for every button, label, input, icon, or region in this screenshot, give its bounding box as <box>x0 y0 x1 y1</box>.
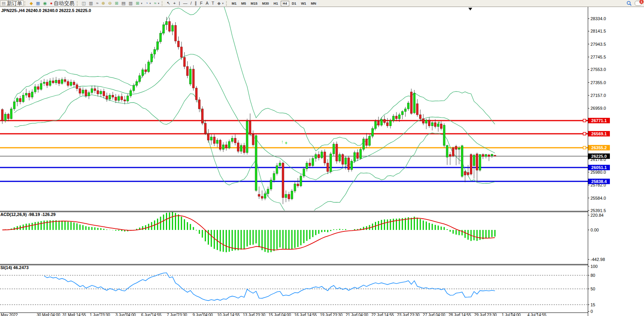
zoom-in-icon[interactable]: ⊕ <box>100 0 107 6</box>
price-badge-label: 26771.1 <box>591 118 607 123</box>
bollinger-middle-band <box>14 54 495 180</box>
search-icon[interactable] <box>627 1 632 6</box>
timeframe-button-d1[interactable]: D1 <box>290 1 299 6</box>
candle <box>162 25 164 33</box>
cursor-icon[interactable]: ↖ <box>165 0 172 6</box>
candle <box>64 79 66 81</box>
candle <box>371 128 373 136</box>
timeframe-button-m15[interactable]: M15 <box>249 1 260 6</box>
candle <box>237 143 239 151</box>
chart-shift-icon[interactable]: ▤ <box>120 0 127 6</box>
x-axis-label: 4 Jul 14:55 <box>527 313 546 316</box>
timeframe-button-h4[interactable]: H4 <box>281 1 289 6</box>
x-axis-label: 16 Jun 14:55 <box>294 313 317 316</box>
tile-windows-icon[interactable]: ⊞ <box>113 0 120 6</box>
price-badge-label: 26225.0 <box>591 154 607 159</box>
signals-icon[interactable]: ◉ <box>41 0 48 6</box>
candle <box>160 33 162 42</box>
new-order-button[interactable]: ▤ 新订单 <box>0 0 24 6</box>
dropdown-caret-icon: ▾ <box>158 2 159 5</box>
candle <box>282 163 284 197</box>
x-axis-label: 29 Jun 23:30 <box>474 313 497 316</box>
zoom-out-icon[interactable]: ⊖ <box>107 0 113 6</box>
rsi-layer <box>0 273 588 305</box>
candle <box>482 155 484 157</box>
timeframe-button-mn[interactable]: MN <box>309 1 318 6</box>
price-lines[interactable] <box>0 121 588 181</box>
candle <box>431 123 433 126</box>
period-clock-icon[interactable]: ◔▾ <box>144 0 152 6</box>
timeframe-button-h1[interactable]: H1 <box>272 1 280 6</box>
candle <box>34 87 36 92</box>
price-badge: 26051.1 <box>588 165 610 170</box>
candle <box>366 139 368 145</box>
candle <box>315 155 317 159</box>
candle <box>464 171 466 175</box>
candle <box>449 155 451 157</box>
candle <box>467 173 469 175</box>
candle <box>336 144 338 161</box>
trendline-icon: / <box>190 1 192 5</box>
new-order-label: 新订单 <box>7 0 22 7</box>
candle <box>85 90 87 96</box>
line-chart-icon[interactable]: ≈ <box>95 0 100 6</box>
candle <box>207 134 209 140</box>
candle <box>79 89 81 93</box>
notification-icon[interactable]: 1 <box>635 1 642 6</box>
crosshair-icon[interactable]: + <box>172 0 177 6</box>
candle <box>58 80 60 83</box>
fibonacci-icon[interactable]: F <box>199 0 204 6</box>
price-badge-label: 26051.1 <box>591 165 607 170</box>
candle <box>420 115 421 119</box>
timeframe-button-m5[interactable]: M5 <box>239 1 248 6</box>
candle <box>401 112 403 115</box>
vertical-line-icon[interactable]: | <box>177 0 181 6</box>
candle <box>416 104 418 115</box>
text-label-icon[interactable]: T <box>210 0 216 6</box>
candle <box>285 194 287 197</box>
horizontal-line-icon[interactable]: — <box>181 0 189 6</box>
macd-axis-label: -442.98 <box>590 257 605 262</box>
text-icon[interactable]: A <box>204 0 210 6</box>
alerts-icon[interactable]: ◆ <box>28 0 34 6</box>
vertical-line-icon: | <box>179 1 180 5</box>
candle <box>61 79 63 83</box>
chart-window-icon[interactable]: ▦ <box>35 0 41 6</box>
candle <box>378 121 380 125</box>
candle <box>136 81 138 85</box>
indicators-icon[interactable]: ≈▾ <box>152 0 161 6</box>
x-axis[interactable]: May 202230 May 04:0031 May 14:551 Jun 23… <box>1 313 547 316</box>
price-badge-label: 26355.2 <box>591 145 607 150</box>
timeframe-button-m30[interactable]: M30 <box>260 1 271 6</box>
rsi-axis-label: 80 <box>590 273 595 278</box>
candle <box>28 93 30 97</box>
candle <box>354 153 356 161</box>
y-axis-label: 28141.5 <box>590 29 606 33</box>
line-chart-icon: ≈ <box>96 1 98 5</box>
candle <box>252 134 254 145</box>
candle <box>190 69 192 84</box>
candlestick-chart-icon[interactable]: ▥ <box>87 0 94 6</box>
timeframe-button-w1[interactable]: W1 <box>299 1 308 6</box>
bar-chart-icon[interactable]: ◫ <box>80 0 87 6</box>
chart-surface[interactable]: ↑++28334.028141.527943.527745.527553.027… <box>0 0 644 316</box>
arrows-icon[interactable]: ◆▾ <box>216 0 225 6</box>
candle <box>76 85 78 89</box>
candle <box>55 80 57 83</box>
x-axis-label: 6 Jun 14:55 <box>141 313 162 316</box>
bollinger-bands <box>14 0 495 221</box>
trendline-icon[interactable]: / <box>189 0 193 6</box>
bollinger-lower-band <box>14 93 495 221</box>
candle <box>387 123 388 126</box>
y-axis-label: 27157.0 <box>590 93 606 98</box>
toolbar-grip <box>226 1 228 6</box>
equidistant-channel-icon[interactable]: ∥ <box>193 0 199 6</box>
candle <box>410 92 412 114</box>
autotrading-button[interactable]: ● 自动交易 <box>48 0 76 6</box>
candle <box>82 90 84 93</box>
candle <box>461 146 463 176</box>
new-chart-icon[interactable]: ⊞▾ <box>134 0 144 6</box>
timeframe-button-m1[interactable]: M1 <box>230 1 239 6</box>
autoscroll-icon[interactable]: ▥ <box>127 0 134 6</box>
candle <box>342 155 344 164</box>
